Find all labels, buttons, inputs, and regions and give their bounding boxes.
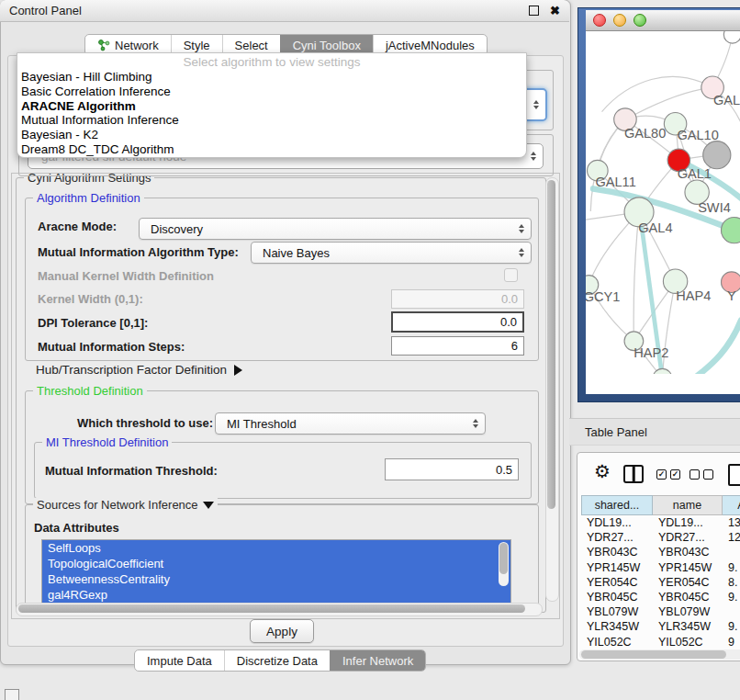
network-window-titlebar[interactable] <box>586 10 740 31</box>
tab-style-label: Style <box>184 39 210 52</box>
node-label: HAP4 <box>676 288 711 303</box>
kernel-width-value: 0.0 <box>501 292 518 306</box>
cell[interactable]: YBL079W <box>653 604 723 619</box>
cell[interactable]: YBL079W <box>581 604 653 619</box>
close-traffic-light-icon[interactable] <box>593 14 606 27</box>
document-icon[interactable] <box>728 464 740 486</box>
table-row[interactable]: YDR27... YDR27... 12 <box>581 530 740 545</box>
node-label: HAP2 <box>633 345 668 360</box>
cell[interactable]: 12 <box>723 530 740 545</box>
gear-icon[interactable]: ⚙ <box>594 462 611 480</box>
cell[interactable]: 13 <box>723 515 740 530</box>
panel-toggle-icon[interactable] <box>5 689 19 700</box>
kernel-width-field[interactable]: 0.0 <box>391 289 524 309</box>
table-row[interactable]: YER054C YER054C 8. <box>581 575 740 590</box>
node-gray[interactable] <box>703 141 731 169</box>
cell[interactable]: 9. <box>723 560 740 575</box>
table-row[interactable]: YPR145W YPR145W 9. <box>581 560 740 575</box>
popup-item[interactable]: Mutual Information Inference <box>21 113 522 128</box>
node-green-right[interactable] <box>722 218 740 243</box>
attribute-item[interactable]: TopologicalCoefficient <box>42 556 510 571</box>
mi-type-combo[interactable]: Naive Bayes <box>251 242 532 264</box>
cell[interactable]: 9 <box>723 635 740 649</box>
cell[interactable]: YER054C <box>581 575 653 590</box>
split-column-icon[interactable] <box>623 465 644 483</box>
column-header-partial[interactable]: A <box>723 495 740 515</box>
float-window-icon[interactable] <box>529 6 539 16</box>
settings-vertical-scrollbar[interactable] <box>545 177 559 602</box>
cell[interactable]: YIL052C <box>581 635 653 649</box>
popup-item-highlighted[interactable]: ARACNE Algorithm <box>21 99 522 114</box>
which-threshold-combo[interactable]: MI Threshold <box>215 412 486 435</box>
cell[interactable]: YBR045C <box>581 590 653 604</box>
unchecked-checkbox-icon[interactable] <box>703 469 713 480</box>
apply-button[interactable]: Apply <box>250 619 314 643</box>
cell[interactable]: YDR27... <box>581 530 653 545</box>
attribute-item[interactable]: gal4RGexp <box>42 587 510 603</box>
minimize-traffic-light-icon[interactable] <box>613 14 626 27</box>
aracne-mode-combo[interactable]: Discovery <box>139 218 532 240</box>
cell[interactable]: YIL052C <box>653 635 723 649</box>
threshold-definition-title: Threshold Definition <box>33 384 147 398</box>
close-icon[interactable]: ✖ <box>550 5 560 17</box>
table-horizontal-scrollbar[interactable] <box>579 649 740 660</box>
cell[interactable] <box>723 545 740 559</box>
network-window: GAL80 GAL10 GAL1 GAL11 GAL4 SWI4 GCY1 HA… <box>577 7 740 402</box>
table-row[interactable]: YBL079W YBL079W <box>581 604 740 619</box>
unchecked-checkbox-icon[interactable] <box>690 469 700 480</box>
cell[interactable]: 9. <box>723 619 740 634</box>
cell[interactable]: YBR043C <box>581 545 653 559</box>
checked-checkbox-icon[interactable]: ✓ <box>670 469 680 480</box>
table-row[interactable]: YDL19... YDL19... 13 <box>581 515 740 530</box>
manual-kernel-checkbox[interactable] <box>504 268 518 282</box>
cell[interactable] <box>723 604 740 619</box>
cell[interactable]: YDR27... <box>653 530 723 545</box>
cell[interactable]: YBR043C <box>653 545 723 559</box>
column-header-shared[interactable]: shared... <box>581 495 653 515</box>
mi-steps-field[interactable]: 6 <box>391 336 524 356</box>
cell[interactable]: YPR145W <box>653 560 723 575</box>
cell[interactable]: YBR045C <box>653 590 723 604</box>
tab-infer-network[interactable]: Infer Network <box>330 650 425 671</box>
dpi-tolerance-field[interactable]: 0.0 <box>391 311 524 333</box>
cell[interactable]: YDL19... <box>653 515 723 530</box>
node-label: GAL10 <box>677 128 718 142</box>
checked-checkbox-icon[interactable]: ✓ <box>656 469 667 480</box>
node[interactable] <box>723 31 740 43</box>
cell[interactable]: YLR345W <box>653 619 723 634</box>
combo-arrows-icon <box>531 152 536 161</box>
mi-threshold-label: Mutual Information Threshold: <box>45 464 218 478</box>
table-row[interactable]: YBR043C YBR043C <box>581 545 740 559</box>
settings-horizontal-scrollbar[interactable] <box>16 603 543 616</box>
expander-down-icon <box>203 502 214 509</box>
hub-definition-expander[interactable]: Hub/Transcription Factor Definition <box>36 363 242 377</box>
cell[interactable]: YLR345W <box>581 619 653 634</box>
cell[interactable]: YDL19... <box>581 515 653 530</box>
zoom-traffic-light-icon[interactable] <box>633 14 646 27</box>
popup-item[interactable]: Basic Correlation Inference <box>21 85 522 99</box>
popup-item[interactable]: Bayesian - Hill Climbing <box>21 70 522 85</box>
network-canvas[interactable]: GAL80 GAL10 GAL1 GAL11 GAL4 SWI4 GCY1 HA… <box>586 31 740 374</box>
cell[interactable]: YER054C <box>653 575 723 590</box>
table-row[interactable]: YIL052C YIL052C 9 <box>581 635 740 649</box>
aracne-mode-label: Aracne Mode: <box>38 220 117 233</box>
apply-button-label: Apply <box>266 625 297 638</box>
tab-cyni-toolbox-label: Cyni Toolbox <box>293 39 361 52</box>
popup-item[interactable]: Dream8 DC_TDC Algorithm <box>21 142 522 157</box>
mi-threshold-field[interactable]: 0.5 <box>385 458 519 480</box>
tab-impute-data[interactable]: Impute Data <box>135 650 224 671</box>
dpi-tolerance-label: DPI Tolerance [0,1]: <box>38 316 148 330</box>
table-body: YDL19... YDL19... 13 YDR27... YDR27... 1… <box>581 515 740 649</box>
column-header-name[interactable]: name <box>653 495 723 515</box>
tab-discretize-data[interactable]: Discretize Data <box>224 650 330 671</box>
cell[interactable]: YPR145W <box>581 560 653 575</box>
cell[interactable]: 8. <box>723 575 740 590</box>
sources-title[interactable]: Sources for Network Inference <box>33 498 218 512</box>
attribute-item[interactable]: BetweennessCentrality <box>42 571 510 587</box>
cell[interactable]: 9. <box>723 590 740 604</box>
attribute-list-scrollbar[interactable] <box>499 542 509 586</box>
table-row[interactable]: YLR345W YLR345W 9. <box>581 619 740 634</box>
attribute-item[interactable]: SelfLoops <box>42 540 510 556</box>
table-row[interactable]: YBR045C YBR045C 9. <box>581 590 740 604</box>
popup-item[interactable]: Bayesian - K2 <box>21 128 522 142</box>
